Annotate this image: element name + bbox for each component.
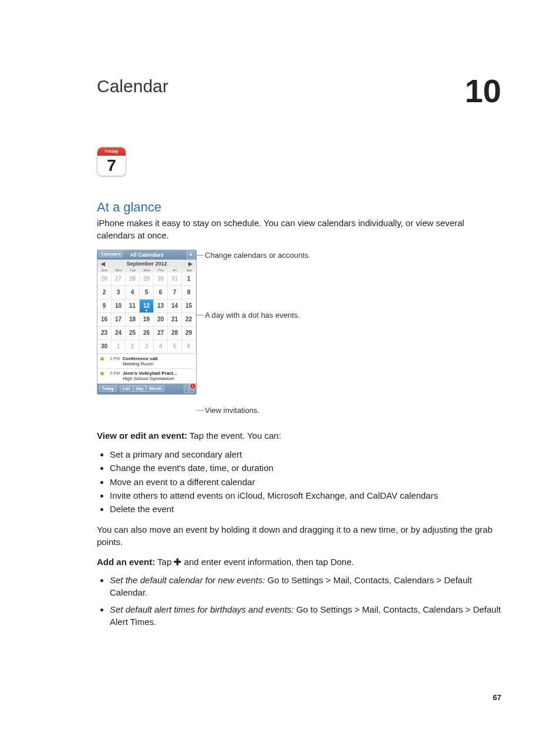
- calendar-app-icon: Friday 7: [97, 147, 126, 176]
- chapter-header: Calendar 10: [97, 76, 501, 106]
- settings-bullets: Set the default calendar for new events:…: [97, 574, 501, 628]
- list-item-em: Set default alert times for birthdays an…: [110, 604, 294, 614]
- day-cell[interactable]: 30: [154, 273, 168, 286]
- day-cell[interactable]: 26: [97, 273, 112, 286]
- dow-label: Fri: [168, 268, 182, 273]
- figure-row: Calendars All Calendars + ◀ September 20…: [97, 250, 501, 417]
- add-event-lead: Add an event: Tap ✚ and enter event info…: [97, 556, 501, 568]
- callout-view-invitations: View invitations.: [205, 406, 259, 416]
- day-cell[interactable]: 1: [182, 273, 196, 286]
- dow-label: Wed: [140, 268, 154, 273]
- view-edit-bold: View or edit an event:: [97, 431, 187, 441]
- event-text: Conference callMeeting Room: [123, 356, 158, 367]
- intro-text: iPhone makes it easy to stay on schedule…: [97, 217, 501, 241]
- day-cell[interactable]: 15: [182, 300, 196, 313]
- add-event-post: and enter event information, then tap Do…: [181, 557, 354, 567]
- day-cell[interactable]: 9: [97, 300, 112, 313]
- chapter-title: Calendar: [97, 76, 168, 96]
- calendar-topbar: Calendars All Calendars +: [97, 250, 196, 260]
- day-cell[interactable]: 5: [140, 286, 154, 300]
- event-list: 2 PMConference callMeeting Room5 PMJenn'…: [97, 354, 196, 384]
- dow-label: Sun: [97, 268, 112, 273]
- callout-day-dot: A day with a dot has events.: [205, 311, 300, 321]
- day-cell[interactable]: 24: [112, 327, 126, 340]
- day-cell[interactable]: 26: [140, 327, 154, 340]
- day-view-button[interactable]: Day: [133, 385, 147, 392]
- day-cell[interactable]: 31: [168, 273, 182, 286]
- event-dot-icon: [100, 357, 104, 361]
- day-cell[interactable]: 2: [97, 286, 112, 300]
- day-cell[interactable]: 28: [126, 273, 140, 286]
- calendar-app-icon-day: 7: [97, 156, 126, 176]
- list-item: Move an event to a different calendar: [110, 475, 501, 489]
- day-cell[interactable]: 23: [97, 327, 112, 340]
- day-cell[interactable]: 18: [126, 313, 140, 327]
- add-event-button[interactable]: +: [187, 251, 195, 259]
- prev-month-icon[interactable]: ◀: [101, 261, 105, 267]
- chapter-number: 10: [465, 76, 501, 106]
- day-cell[interactable]: 2: [126, 340, 140, 354]
- add-event-bold: Add an event:: [97, 557, 155, 567]
- day-cell[interactable]: 22: [182, 313, 196, 327]
- day-cell[interactable]: 6: [154, 286, 168, 300]
- day-cell[interactable]: 4: [154, 340, 168, 354]
- day-cell[interactable]: 10: [112, 300, 126, 313]
- day-cell[interactable]: 29: [182, 327, 196, 340]
- event-text: Jenn's Volleyball Pract...High School Gy…: [123, 371, 177, 381]
- day-cell[interactable]: 27: [112, 273, 126, 286]
- day-cell[interactable]: 12: [140, 300, 154, 313]
- day-cell[interactable]: 4: [126, 286, 140, 300]
- day-cell[interactable]: 1: [112, 340, 126, 354]
- day-cell[interactable]: 17: [112, 313, 126, 327]
- day-cell[interactable]: 19: [140, 313, 154, 327]
- day-cell[interactable]: 28: [168, 327, 182, 340]
- list-view-button[interactable]: List: [120, 385, 133, 392]
- calendar-bottombar: Today List Day Month ↓ 1: [97, 384, 196, 394]
- event-row[interactable]: 5 PMJenn's Volleyball Pract...High Schoo…: [97, 368, 196, 383]
- month-row: ◀ September 2012 ▶: [97, 260, 196, 268]
- day-cell[interactable]: 3: [140, 340, 154, 354]
- day-cell[interactable]: 13: [154, 300, 168, 313]
- today-button[interactable]: Today: [99, 385, 117, 392]
- month-view-button[interactable]: Month: [146, 385, 164, 392]
- day-cell[interactable]: 25: [126, 327, 140, 340]
- day-cell[interactable]: 20: [154, 313, 168, 327]
- day-cell[interactable]: 8: [182, 286, 196, 300]
- figure-callouts: Change calendars or accounts. A day with…: [205, 250, 311, 417]
- calendars-back-button[interactable]: Calendars: [99, 251, 123, 257]
- list-item: Change the event's date, time, or durati…: [110, 461, 501, 475]
- next-month-icon[interactable]: ▶: [188, 261, 193, 267]
- dow-label: Mon: [112, 268, 126, 273]
- day-cell[interactable]: 11: [126, 300, 140, 313]
- event-time: 5 PM: [107, 371, 120, 375]
- list-item: Set default alert times for birthdays an…: [110, 603, 501, 628]
- day-cell[interactable]: 27: [154, 327, 168, 340]
- calendar-screenshot: Calendars All Calendars + ◀ September 20…: [97, 250, 197, 395]
- list-item-em: Set the default calendar for new events:: [110, 575, 265, 585]
- day-cell[interactable]: 5: [168, 340, 182, 354]
- list-item: Set the default calendar for new events:…: [110, 574, 501, 599]
- section-title: At a glance: [97, 200, 501, 215]
- callout-change-calendars: Change calendars or accounts.: [205, 251, 311, 261]
- day-cell[interactable]: 7: [168, 286, 182, 300]
- day-cell[interactable]: 16: [97, 313, 112, 327]
- dow-label: Tue: [126, 268, 140, 273]
- event-dot-icon: [100, 372, 104, 375]
- day-cell[interactable]: 6: [182, 340, 196, 354]
- day-cell[interactable]: 30: [97, 340, 112, 354]
- day-cell[interactable]: 29: [140, 273, 154, 286]
- list-item: Set a primary and secondary alert: [110, 448, 501, 461]
- day-cell[interactable]: 14: [168, 300, 182, 313]
- calendar-app-icon-weekday: Friday: [97, 147, 126, 156]
- day-cell[interactable]: 21: [168, 313, 182, 327]
- event-row[interactable]: 2 PMConference callMeeting Room: [97, 354, 196, 368]
- day-of-week-row: SunMonTueWedThuFriSat: [97, 268, 196, 273]
- invitations-tray-icon[interactable]: ↓ 1: [184, 385, 194, 393]
- dow-label: Sat: [182, 268, 196, 273]
- list-item: Invite others to attend events on iCloud…: [110, 489, 501, 502]
- day-cell[interactable]: 3: [112, 286, 126, 300]
- month-grid: 2627282930311234567891011121314151617181…: [97, 273, 196, 354]
- event-time: 2 PM: [107, 356, 120, 361]
- plus-icon: ✚: [174, 557, 181, 567]
- dow-label: Thu: [154, 268, 168, 273]
